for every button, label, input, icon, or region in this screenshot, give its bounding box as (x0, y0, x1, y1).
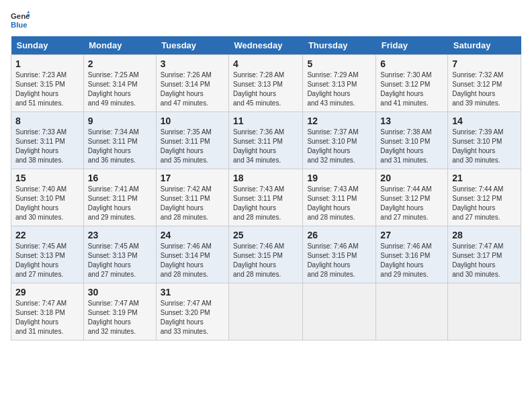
calendar-cell: 11 Sunrise: 7:36 AM Sunset: 3:11 PM Dayl… (229, 112, 303, 169)
day-detail: Sunrise: 7:43 AM Sunset: 3:11 PM Dayligh… (307, 185, 371, 222)
weekday-header: Saturday (448, 36, 521, 55)
calendar-cell: 30 Sunrise: 7:47 AM Sunset: 3:19 PM Dayl… (83, 283, 156, 340)
day-detail: Sunrise: 7:26 AM Sunset: 3:14 PM Dayligh… (161, 71, 224, 108)
day-number: 22 (15, 230, 79, 240)
calendar-week-row: 8 Sunrise: 7:33 AM Sunset: 3:11 PM Dayli… (11, 112, 521, 169)
weekday-header-row: SundayMondayTuesdayWednesdayThursdayFrid… (11, 36, 521, 55)
calendar-week-row: 22 Sunrise: 7:45 AM Sunset: 3:13 PM Dayl… (11, 226, 521, 283)
calendar-cell (448, 283, 521, 340)
calendar-cell: 27 Sunrise: 7:46 AM Sunset: 3:16 PM Dayl… (376, 226, 448, 283)
weekday-header: Wednesday (229, 36, 303, 55)
calendar-week-row: 29 Sunrise: 7:47 AM Sunset: 3:18 PM Dayl… (11, 283, 521, 340)
calendar-cell: 29 Sunrise: 7:47 AM Sunset: 3:18 PM Dayl… (11, 283, 84, 340)
day-detail: Sunrise: 7:45 AM Sunset: 3:13 PM Dayligh… (15, 242, 79, 279)
weekday-header: Sunday (11, 36, 84, 55)
day-detail: Sunrise: 7:33 AM Sunset: 3:11 PM Dayligh… (15, 128, 79, 165)
calendar-cell: 16 Sunrise: 7:41 AM Sunset: 3:11 PM Dayl… (83, 169, 156, 226)
svg-text:General: General (11, 12, 30, 20)
day-number: 6 (380, 58, 443, 69)
calendar-week-row: 15 Sunrise: 7:40 AM Sunset: 3:10 PM Dayl… (11, 169, 521, 226)
day-detail: Sunrise: 7:37 AM Sunset: 3:10 PM Dayligh… (307, 128, 371, 165)
day-number: 20 (380, 173, 443, 183)
day-number: 3 (161, 58, 224, 69)
calendar-cell: 6 Sunrise: 7:30 AM Sunset: 3:12 PM Dayli… (376, 55, 448, 112)
calendar-cell: 13 Sunrise: 7:38 AM Sunset: 3:10 PM Dayl… (376, 112, 448, 169)
day-detail: Sunrise: 7:40 AM Sunset: 3:10 PM Dayligh… (15, 185, 79, 222)
day-number: 23 (88, 230, 152, 240)
day-number: 18 (233, 173, 298, 183)
calendar-cell: 24 Sunrise: 7:46 AM Sunset: 3:14 PM Dayl… (156, 226, 228, 283)
day-number: 4 (233, 58, 298, 69)
weekday-header: Monday (83, 36, 156, 55)
day-number: 12 (307, 116, 371, 126)
calendar-cell: 2 Sunrise: 7:25 AM Sunset: 3:14 PM Dayli… (83, 55, 156, 112)
calendar-cell (376, 283, 448, 340)
day-number: 8 (15, 116, 79, 126)
day-detail: Sunrise: 7:39 AM Sunset: 3:10 PM Dayligh… (452, 128, 517, 165)
calendar-cell: 14 Sunrise: 7:39 AM Sunset: 3:10 PM Dayl… (448, 112, 521, 169)
day-detail: Sunrise: 7:43 AM Sunset: 3:11 PM Dayligh… (233, 185, 298, 222)
day-number: 10 (161, 116, 224, 126)
day-number: 25 (233, 230, 298, 240)
day-number: 29 (15, 287, 79, 298)
calendar-cell: 4 Sunrise: 7:28 AM Sunset: 3:13 PM Dayli… (229, 55, 303, 112)
day-detail: Sunrise: 7:46 AM Sunset: 3:15 PM Dayligh… (307, 242, 371, 279)
day-detail: Sunrise: 7:44 AM Sunset: 3:12 PM Dayligh… (380, 185, 443, 222)
day-number: 9 (88, 116, 152, 126)
calendar-cell: 25 Sunrise: 7:46 AM Sunset: 3:15 PM Dayl… (229, 226, 303, 283)
calendar-cell: 28 Sunrise: 7:47 AM Sunset: 3:17 PM Dayl… (448, 226, 521, 283)
day-number: 27 (380, 230, 443, 240)
weekday-header: Friday (376, 36, 448, 55)
day-number: 16 (88, 173, 152, 183)
day-detail: Sunrise: 7:47 AM Sunset: 3:18 PM Dayligh… (15, 299, 79, 336)
calendar-cell: 12 Sunrise: 7:37 AM Sunset: 3:10 PM Dayl… (303, 112, 376, 169)
day-detail: Sunrise: 7:36 AM Sunset: 3:11 PM Dayligh… (233, 128, 298, 165)
calendar-cell: 31 Sunrise: 7:47 AM Sunset: 3:20 PM Dayl… (156, 283, 228, 340)
day-number: 17 (161, 173, 224, 183)
calendar-cell: 19 Sunrise: 7:43 AM Sunset: 3:11 PM Dayl… (303, 169, 376, 226)
day-detail: Sunrise: 7:47 AM Sunset: 3:20 PM Dayligh… (161, 299, 224, 336)
day-detail: Sunrise: 7:29 AM Sunset: 3:13 PM Dayligh… (307, 71, 371, 108)
day-number: 24 (161, 230, 224, 240)
day-number: 15 (15, 173, 79, 183)
day-detail: Sunrise: 7:32 AM Sunset: 3:12 PM Dayligh… (452, 71, 517, 108)
day-number: 19 (307, 173, 371, 183)
calendar-cell: 21 Sunrise: 7:44 AM Sunset: 3:12 PM Dayl… (448, 169, 521, 226)
day-number: 2 (88, 58, 152, 69)
day-number: 5 (307, 58, 371, 69)
day-detail: Sunrise: 7:47 AM Sunset: 3:19 PM Dayligh… (88, 299, 152, 336)
calendar-cell: 5 Sunrise: 7:29 AM Sunset: 3:13 PM Dayli… (303, 55, 376, 112)
day-number: 30 (88, 287, 152, 298)
day-detail: Sunrise: 7:30 AM Sunset: 3:12 PM Dayligh… (380, 71, 443, 108)
logo-icon: General Blue (11, 11, 30, 30)
calendar-cell: 8 Sunrise: 7:33 AM Sunset: 3:11 PM Dayli… (11, 112, 84, 169)
calendar-cell: 23 Sunrise: 7:45 AM Sunset: 3:13 PM Dayl… (83, 226, 156, 283)
day-number: 26 (307, 230, 371, 240)
calendar-cell: 17 Sunrise: 7:42 AM Sunset: 3:11 PM Dayl… (156, 169, 228, 226)
calendar-cell: 9 Sunrise: 7:34 AM Sunset: 3:11 PM Dayli… (83, 112, 156, 169)
day-detail: Sunrise: 7:45 AM Sunset: 3:13 PM Dayligh… (88, 242, 152, 279)
day-detail: Sunrise: 7:35 AM Sunset: 3:11 PM Dayligh… (161, 128, 224, 165)
day-detail: Sunrise: 7:44 AM Sunset: 3:12 PM Dayligh… (452, 185, 517, 222)
weekday-header: Thursday (303, 36, 376, 55)
calendar-cell (303, 283, 376, 340)
day-number: 11 (233, 116, 298, 126)
day-detail: Sunrise: 7:38 AM Sunset: 3:10 PM Dayligh… (380, 128, 443, 165)
calendar-cell: 26 Sunrise: 7:46 AM Sunset: 3:15 PM Dayl… (303, 226, 376, 283)
weekday-header: Tuesday (156, 36, 228, 55)
day-detail: Sunrise: 7:46 AM Sunset: 3:14 PM Dayligh… (161, 242, 224, 279)
day-detail: Sunrise: 7:25 AM Sunset: 3:14 PM Dayligh… (88, 71, 152, 108)
day-number: 7 (452, 58, 517, 69)
svg-text:Blue: Blue (11, 21, 28, 29)
day-number: 31 (161, 287, 224, 298)
day-detail: Sunrise: 7:46 AM Sunset: 3:16 PM Dayligh… (380, 242, 443, 279)
header: General Blue (11, 11, 521, 30)
day-number: 1 (15, 58, 79, 69)
calendar-cell: 20 Sunrise: 7:44 AM Sunset: 3:12 PM Dayl… (376, 169, 448, 226)
calendar-cell: 15 Sunrise: 7:40 AM Sunset: 3:10 PM Dayl… (11, 169, 84, 226)
calendar-cell: 7 Sunrise: 7:32 AM Sunset: 3:12 PM Dayli… (448, 55, 521, 112)
svg-marker-3 (28, 14, 30, 17)
calendar-cell: 1 Sunrise: 7:23 AM Sunset: 3:15 PM Dayli… (11, 55, 84, 112)
calendar-table: SundayMondayTuesdayWednesdayThursdayFrid… (11, 36, 521, 340)
day-detail: Sunrise: 7:23 AM Sunset: 3:15 PM Dayligh… (15, 71, 79, 108)
